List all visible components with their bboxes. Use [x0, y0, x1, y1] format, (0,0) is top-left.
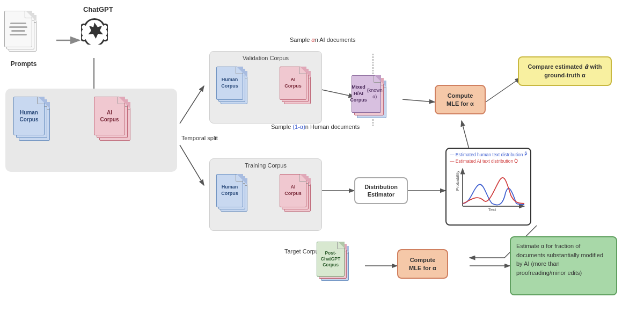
compute-mle-target[interactable]: Compute MLE for α: [397, 249, 448, 279]
main-corpus-box: HumanCorpus AICorpus: [5, 89, 177, 172]
svg-line-6: [317, 89, 354, 97]
estimate-alpha-box[interactable]: Estimate α for fraction of documents sub…: [510, 236, 617, 295]
prompts-section: Prompts: [4, 11, 43, 68]
chatgpt-logo: [79, 16, 109, 46]
validation-corpus-title: Validation Corpus: [213, 55, 318, 61]
training-human-corpus: HumanCorpus: [216, 174, 253, 217]
svg-text:Text: Text: [488, 207, 496, 212]
chatgpt-label: ChatGPT: [83, 5, 113, 13]
validation-human-corpus: HumanCorpus: [216, 67, 253, 110]
svg-line-5: [180, 145, 204, 185]
svg-line-4: [180, 86, 204, 124]
compute-mle-validation[interactable]: Compute MLE for α: [435, 85, 486, 114]
prompts-label: Prompts: [4, 60, 43, 68]
validation-corpus-box: Validation Corpus HumanCorpus AICorpus: [209, 51, 322, 124]
sample-human-label: Sample (1-α)n Human documents: [271, 124, 360, 130]
validation-ai-corpus: AICorpus: [280, 67, 316, 110]
openai-icon: [81, 18, 108, 45]
svg-line-8: [486, 78, 521, 102]
svg-line-7: [402, 99, 435, 102]
target-corpus-label: Target Corpus: [284, 248, 321, 255]
main-ai-corpus: AICorpus: [94, 97, 137, 145]
distribution-svg: Text: [457, 166, 527, 212]
diagram-container: Prompts ChatGPT HumanCorpus: [0, 0, 644, 312]
distribution-estimator[interactable]: Distribution Estimator: [354, 177, 408, 204]
training-corpus-box: Training Corpus HumanCorpus AICorpus: [209, 158, 322, 231]
post-chatgpt-corpus: Post-ChatGPTCorpus: [317, 242, 357, 289]
distribution-chart: — Estimated human text distribution P̂ —…: [445, 148, 531, 226]
compare-alpha-box[interactable]: Compare estimated α̂ with ground-truth α: [518, 56, 612, 86]
temporal-split-label: Temporal split: [181, 134, 218, 142]
training-corpus-title: Training Corpus: [213, 162, 318, 169]
sample-ai-label: Sample αn AI documents: [290, 37, 355, 43]
main-human-corpus: HumanCorpus: [13, 97, 56, 145]
training-ai-corpus: AICorpus: [280, 174, 316, 217]
mixed-corpus: Mixed H/AICorpus(known α): [352, 75, 396, 126]
